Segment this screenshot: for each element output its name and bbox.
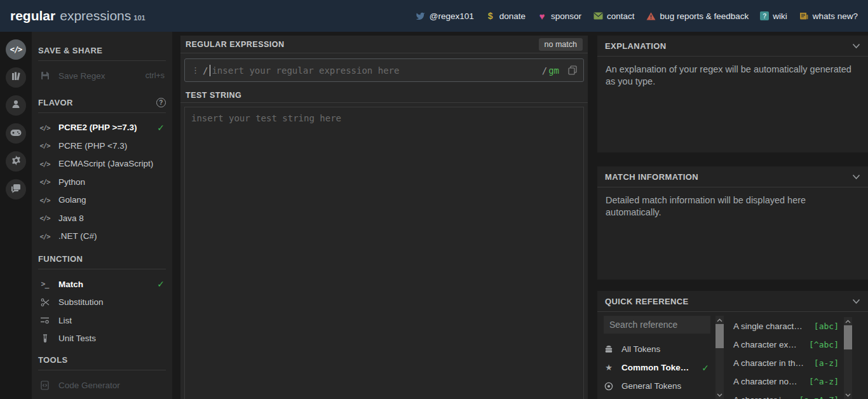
gamepad-icon [10, 128, 22, 139]
function-item-match[interactable]: >_ Match ✓ [38, 275, 166, 294]
flavor-item-ecmascript[interactable]: </> ECMAScript (JavaScript) [38, 155, 166, 173]
token-code: [a-zA-Z] [799, 395, 839, 399]
flavor-label: Java 8 [58, 213, 84, 223]
code-icon: </> [39, 160, 50, 168]
category-list-scrollbar[interactable] [715, 316, 724, 399]
function-item-unit-tests[interactable]: Unit Tests [38, 330, 166, 348]
nav-link-whats-new[interactable]: whats new? [799, 11, 858, 21]
function-label: Unit Tests [58, 334, 96, 343]
tool-label: Code Generator [58, 381, 120, 390]
nav-label: @regex101 [430, 11, 474, 21]
top-header: regular expressions 101 @regex101 $ dona… [0, 0, 868, 32]
test-string-input[interactable] [185, 107, 583, 399]
chevron-down-icon[interactable] [852, 174, 860, 180]
explanation-header: EXPLANATION [597, 36, 868, 57]
flavor-item-python[interactable]: </> Python [38, 173, 166, 191]
flavor-item-pcre[interactable]: </> PCRE (PHP <7.3) [38, 137, 166, 155]
function-item-substitution[interactable]: Substitution [38, 294, 166, 312]
scrollbar-thumb[interactable] [844, 325, 852, 349]
regex-flags-control[interactable]: / gm [542, 65, 559, 76]
star-icon: ★ [604, 363, 614, 372]
regex-close-delimiter: / [542, 65, 547, 76]
function-label: List [58, 316, 72, 325]
rail-regex-editor-button[interactable]: </> [6, 39, 26, 60]
category-general-tokens[interactable]: General Tokens [604, 377, 713, 395]
bullseye-icon [604, 382, 614, 391]
editor-panel: REGULAR EXPRESSION no match ⋮ / insert y… [180, 36, 588, 399]
logo-101: 101 [133, 14, 145, 22]
token-row-single-character[interactable]: A single charact… [abc] [733, 317, 839, 335]
chevron-down-icon[interactable] [852, 299, 860, 304]
code-icon: </> [39, 233, 50, 240]
rail-settings-button[interactable] [6, 151, 26, 172]
drag-handle-icon[interactable]: ⋮ [191, 65, 200, 75]
token-row-character-in-range[interactable]: A character in th… [a-z] [733, 354, 839, 372]
save-shortcut: ctrl+s [146, 71, 165, 80]
scroll-down-icon[interactable] [845, 391, 851, 399]
flavor-help-icon[interactable]: ? [156, 98, 166, 107]
rail-quiz-button[interactable] [6, 123, 26, 144]
tool-item-code-generator[interactable]: Code Generator [38, 376, 166, 395]
nav-link-wiki[interactable]: ? wiki [760, 11, 787, 21]
rail-feedback-button[interactable] [6, 179, 26, 200]
category-all-tokens[interactable]: All Tokens [604, 340, 713, 358]
flavor-item-golang[interactable]: </> Golang [38, 191, 166, 210]
copy-icon[interactable] [568, 65, 577, 75]
save-regex-button[interactable]: Save Regex ctrl+s [38, 67, 166, 85]
scroll-up-icon[interactable] [845, 317, 851, 325]
check-icon: ✓ [157, 279, 165, 289]
wiki-icon: ? [760, 11, 769, 20]
code-icon: </> [39, 178, 50, 186]
text-cursor [210, 65, 210, 76]
testtube-icon [39, 334, 50, 343]
scroll-down-icon[interactable] [717, 391, 722, 399]
test-string-header: TEST STRING [180, 88, 588, 103]
site-logo[interactable]: regular expressions 101 [10, 8, 146, 24]
check-icon: ✓ [702, 363, 709, 373]
flavor-section-title: FLAVOR ? [38, 98, 166, 113]
section-title-text: FLAVOR [38, 98, 73, 107]
token-list-scrollbar[interactable] [844, 317, 852, 399]
nav-link-donate[interactable]: $ donate [485, 11, 526, 21]
category-common-tokens[interactable]: ★ Common Toke… ✓ [604, 358, 713, 377]
header-nav: @regex101 $ donate ♥ sponsor contact b [416, 11, 858, 21]
cake-icon [604, 345, 614, 353]
token-row-character-except[interactable]: A character ex… [^abc] [733, 335, 839, 354]
flavor-item-pcre2[interactable]: </> PCRE2 (PHP >=7.3) ✓ [38, 119, 166, 137]
regex-open-delimiter: / [203, 65, 208, 76]
match-information-header: MATCH INFORMATION [597, 166, 868, 187]
nav-label: sponsor [551, 11, 581, 21]
search-reference-input[interactable] [604, 316, 710, 334]
nav-link-bug-reports[interactable]: bug reports & feedback [646, 11, 749, 21]
chevron-down-icon[interactable] [852, 43, 860, 49]
code-icon: </> [10, 45, 22, 54]
nav-link-twitter[interactable]: @regex101 [416, 11, 474, 21]
twitter-icon [416, 11, 426, 21]
icon-rail: </> [0, 32, 32, 399]
category-label: All Tokens [621, 344, 660, 354]
reference-token-list: A single charact… [abc] A character ex… … [733, 317, 839, 399]
explanation-card: EXPLANATION An explanation of your regex… [597, 36, 868, 152]
token-row-character-in-ranges[interactable]: A character i… [a-zA-Z] [733, 391, 839, 399]
section-title-text: SAVE & SHARE [38, 46, 102, 55]
tool-item-regex-debugger[interactable]: Regex Debugger [38, 395, 166, 399]
nav-link-sponsor[interactable]: ♥ sponsor [537, 11, 581, 21]
function-item-list[interactable]: List [38, 311, 166, 330]
token-code: [^abc] [809, 340, 839, 349]
scrollbar-thumb[interactable] [715, 324, 724, 348]
reference-category-list: All Tokens ★ Common Toke… ✓ General Toke… [604, 340, 713, 395]
test-string-container [184, 107, 584, 399]
flavor-item-dotnet[interactable]: </> .NET (C#) [38, 227, 166, 246]
regex-input[interactable]: ⋮ / insert your regular expression here … [184, 58, 584, 82]
gear-icon [11, 155, 22, 168]
token-row-character-not-in-range[interactable]: A character no… [^a-z] [733, 372, 839, 391]
rail-account-button[interactable] [6, 95, 26, 116]
flavor-item-java8[interactable]: </> Java 8 [38, 209, 166, 227]
news-icon [799, 11, 809, 21]
category-label: Common Toke… [621, 363, 689, 372]
scroll-up-icon[interactable] [717, 316, 722, 324]
token-code: [abc] [814, 321, 839, 331]
rail-library-button[interactable] [6, 67, 26, 88]
nav-link-contact[interactable]: contact [593, 11, 635, 21]
library-icon [11, 71, 21, 84]
